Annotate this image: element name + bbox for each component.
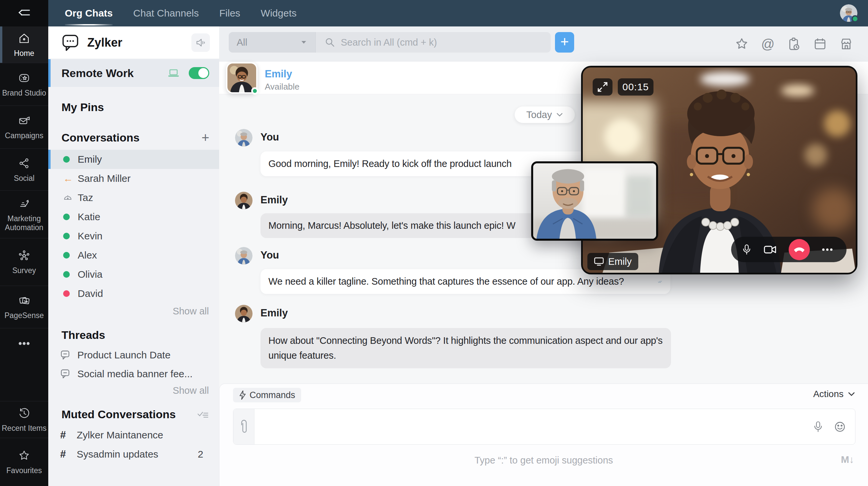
tab-label: Org Chats [65,8,113,19]
sidebar-collapse-button[interactable] [0,0,48,26]
actions-button[interactable]: Actions [813,389,856,399]
conversation-name: Kevin [78,231,102,242]
thread-product-launch-date[interactable]: Product Launch Date [48,345,219,364]
lightning-icon [239,390,246,400]
tab-files[interactable]: Files [219,0,240,26]
rail-more-button[interactable] [0,328,48,358]
chat-peer-avatar[interactable] [226,62,257,94]
rail-spacer [0,358,48,401]
message-input[interactable] [254,409,813,444]
threads-show-all[interactable]: Show all [48,385,219,396]
conversation-sarah-miller[interactable]: Sarah Miller [48,169,219,188]
conversations-show-all[interactable]: Show all [48,306,219,317]
hangup-button[interactable] [789,239,810,260]
thread-social-media-banner[interactable]: Social media banner fee... [48,364,219,383]
speaker-icon [195,37,206,48]
rail-item-home[interactable]: Home [0,26,48,63]
emoji-icon[interactable] [833,420,846,433]
message-avatar [235,192,252,209]
expand-icon [597,82,608,92]
starred-button[interactable] [734,36,750,52]
conversation-david[interactable]: David [48,284,219,303]
conversation-kevin[interactable]: Kevin [48,226,219,246]
read-receipt-icon [651,278,662,285]
new-chat-button[interactable] [555,32,574,53]
search-scope-select[interactable]: All [229,32,316,53]
rail-item-favourites[interactable]: Favourites [0,438,48,486]
markdown-toggle[interactable]: M↓ [841,454,854,465]
conversation-taz[interactable]: Taz [48,188,219,207]
rail-item-brand-studio[interactable]: Brand Studio [0,63,48,105]
tab-chat-channels[interactable]: Chat Channels [133,0,199,26]
bot-icon [63,194,72,202]
presence-dot [851,15,859,23]
conversation-name: Katie [78,211,100,222]
mute-list-icon[interactable] [196,409,209,420]
rail-label: Favourites [6,466,42,475]
remote-work-label: Remote Work [61,67,134,80]
muted-conversations-heading[interactable]: Muted Conversations [48,408,219,421]
rail-label: Marketing Automation [1,214,48,232]
muted-title: Muted Conversations [61,408,176,421]
attach-button[interactable] [234,409,254,444]
my-pins-heading[interactable]: My Pins [48,101,219,114]
chat-peer-name[interactable]: Emily [265,68,292,80]
expand-call-button[interactable] [593,78,613,95]
caret-down-icon [300,40,307,44]
tab-widgets[interactable]: Widgets [261,0,297,26]
status-online-dot [63,156,70,163]
mentions-button[interactable]: @ [760,36,776,52]
quick-actions: @ [734,26,854,61]
date-separator[interactable]: Today [515,107,575,123]
conversations-heading[interactable]: Conversations [48,130,219,145]
message-text: Morning, Marcus! Absolutely, let's make … [269,220,516,231]
conversation-emily[interactable]: Emily [48,150,219,169]
more-options-button[interactable] [822,248,833,251]
muted-channel-zylker-maintanence[interactable]: Zylker Maintanence [48,425,219,445]
rail-item-survey[interactable]: Survey [0,238,48,286]
threads-heading[interactable]: Threads [48,329,219,341]
mic-icon[interactable] [813,420,824,434]
remote-work-toggle[interactable] [189,67,209,79]
rail-item-social[interactable]: Social [0,148,48,190]
user-avatar[interactable] [840,4,858,22]
conversation-olivia[interactable]: Olivia [48,265,219,284]
message-bubble-incoming[interactable]: How about "Connecting Beyond Words"? It … [260,328,671,368]
sound-button[interactable] [191,33,210,52]
rail-item-recent-items[interactable]: Recent Items [0,401,48,438]
message-author: You [260,249,279,261]
rail-label: Survey [12,266,36,275]
conversation-katie[interactable]: Katie [48,207,219,226]
conversation-alex[interactable]: Alex [48,246,219,265]
at-icon: @ [761,37,775,52]
calendar-button[interactable] [812,36,828,52]
collapse-icon [17,7,31,20]
conversation-name: Sarah Miller [78,173,130,184]
rail-item-pagesense[interactable]: PageSense [0,286,48,328]
search-icon [324,37,336,48]
muted-list: Zylker Maintanence Sysadmin updates 2 [48,425,219,464]
paperclip-icon [240,419,248,435]
search-bar: All [229,32,551,53]
tasks-button[interactable] [786,36,802,52]
hash-icon [60,448,69,460]
tab-org-chats[interactable]: Org Chats [65,0,113,26]
commands-button[interactable]: Commands [233,388,301,402]
message-avatar [235,129,252,147]
marketplace-button[interactable] [838,36,854,52]
composer: Commands Actions Typ [219,384,868,486]
add-conversation-button[interactable] [202,130,209,145]
mic-button[interactable] [742,243,752,256]
message-author: Emily [260,194,288,206]
unread-badge: 2 [198,449,203,460]
rail-item-campaigns[interactable]: Campaigns [0,105,48,148]
message-input-box [233,408,856,445]
search-input[interactable] [341,37,542,48]
rail-item-marketing-automation[interactable]: Marketing Automation [0,190,48,238]
muted-channel-sysadmin-updates[interactable]: Sysadmin updates 2 [48,445,219,464]
self-video-pip[interactable] [531,161,658,241]
recent-clock-icon [18,407,31,420]
calendar-icon [812,36,828,52]
camera-button[interactable] [764,245,777,254]
rail-label: Brand Studio [2,89,46,97]
